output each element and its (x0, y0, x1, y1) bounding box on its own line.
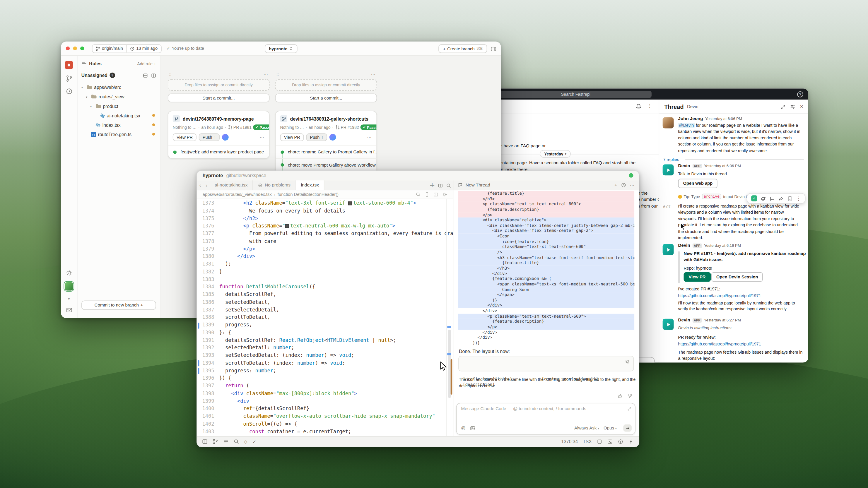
pr-link[interactable]: https://github.com/fastrepl/hyprnote/pul… (678, 341, 761, 346)
pr-attachment-title[interactable]: New PR #1971 - feat(web): add responsive… (684, 251, 806, 256)
commit-row[interactable]: chore: move Prompt Gallery above Workflo… (276, 158, 376, 171)
commit-row[interactable]: chore: rename Gallery to Prompt Gallery … (276, 145, 376, 158)
mention-context-icon[interactable]: @ (461, 426, 466, 431)
feedback-icon[interactable] (66, 306, 72, 313)
drop-zone[interactable]: Drop files to assign or commit directly (168, 79, 270, 91)
project-selector[interactable]: hyprnote (265, 44, 297, 53)
bell-icon[interactable] (636, 103, 642, 109)
more-vertical-icon[interactable]: ⋮ (796, 196, 801, 201)
pr-chip[interactable]: PR #1981 (228, 125, 252, 130)
tree-folder-apps/web/src[interactable]: ▾apps/web/src (82, 83, 156, 92)
send-button[interactable] (623, 424, 631, 432)
ci-status-badge[interactable]: ✓Passed (253, 124, 269, 130)
info-icon[interactable] (618, 439, 623, 444)
thread-settings-icon[interactable] (790, 104, 796, 109)
share-icon[interactable] (778, 196, 784, 201)
diagnostics-summary-icon[interactable]: ◇ (244, 439, 248, 444)
new-thread-icon[interactable]: + (614, 183, 617, 188)
thumbs-up-icon[interactable] (618, 393, 623, 398)
language-selector[interactable]: TSX (583, 439, 592, 444)
agent-menu-icon[interactable]: ⋯ (630, 183, 634, 188)
devin-avatar[interactable] (663, 244, 674, 255)
editor-settings-icon[interactable] (442, 192, 447, 197)
buffer-search-icon[interactable] (416, 192, 421, 197)
editor-scrollbar[interactable] (446, 199, 453, 436)
split-pane-icon[interactable] (438, 183, 443, 188)
search-panel-icon[interactable] (234, 439, 239, 444)
add-rule-button[interactable]: Add rule+ (137, 61, 156, 66)
author-name[interactable]: John Jeong (678, 116, 703, 121)
branch-menu-icon[interactable]: ⋯ (260, 135, 265, 140)
lane-menu-icon[interactable]: ⋯ (264, 72, 269, 77)
workspace-branch[interactable]: gitbutler/workspace (226, 173, 266, 178)
add-reaction-icon[interactable] (761, 196, 766, 201)
drag-handle[interactable]: ⠿ (169, 72, 172, 77)
copilot-icon[interactable] (597, 439, 602, 444)
fetch-time-chip[interactable]: 13 min ago (126, 44, 161, 52)
pr-chip[interactable]: PR #1982 (335, 125, 359, 130)
zoom-window-button[interactable] (80, 46, 84, 51)
close-icon[interactable]: × (800, 103, 803, 109)
expand-input-icon[interactable] (627, 406, 632, 411)
view-pr-button[interactable]: View PR (173, 133, 196, 141)
slack-search-input[interactable]: Search Fastrepl (500, 91, 652, 98)
view-pr-button[interactable]: View PR (280, 133, 304, 141)
check-reaction-icon[interactable]: ✓ (751, 195, 757, 201)
start-commit-button[interactable]: Start a commit... (275, 93, 377, 102)
code-diff-block[interactable]: {feature.title} </h3> <p className="text… (458, 191, 634, 346)
replies-count[interactable]: 7 replies (663, 157, 679, 162)
tree-view-icon[interactable] (151, 73, 156, 78)
nav-back-icon[interactable]: ‹ (197, 182, 203, 188)
minimize-window-button[interactable] (73, 46, 77, 51)
thread-history-icon[interactable] (621, 183, 626, 188)
branch-menu-icon[interactable]: ⋯ (367, 135, 372, 140)
more-vertical-icon[interactable]: ⋮ (647, 103, 652, 108)
lane-menu-icon[interactable]: ⋯ (371, 72, 376, 77)
outline-panel-icon[interactable] (223, 439, 229, 444)
share-status-icon[interactable] (629, 173, 633, 178)
tab-ai-notetaking[interactable]: ai-notetaking.tsx (210, 180, 253, 190)
agent-thread-title[interactable]: New Thread (466, 183, 490, 188)
author-name[interactable]: Devin (678, 243, 690, 248)
tree-file-ai-notetaking.tsx[interactable]: ai-notetaking.tsx (82, 111, 156, 120)
panel-toggle-icon[interactable] (491, 46, 497, 52)
ci-status-badge[interactable]: ✓Passed (361, 124, 376, 130)
bookmark-icon[interactable] (787, 196, 793, 201)
avatar[interactable] (663, 118, 674, 129)
attach-image-icon[interactable] (470, 425, 475, 431)
close-window-button[interactable] (66, 46, 70, 51)
devin-avatar[interactable] (663, 164, 674, 175)
split-icon[interactable] (433, 192, 438, 197)
agent-message-box[interactable]: @ Always Ask▾ Opus▾ (456, 403, 636, 435)
new-tab-icon[interactable]: + (430, 180, 435, 190)
user-avatar[interactable] (65, 282, 73, 290)
tree-folder-routes/_view[interactable]: ▾routes/_view (82, 92, 156, 101)
create-branch-button[interactable]: + Create branch ⌘B (439, 44, 487, 53)
settings-gear-icon[interactable] (66, 270, 72, 276)
drop-zone[interactable]: Drop files to assign or commit directly (275, 79, 377, 91)
mention[interactable]: @Devin (678, 123, 694, 128)
devin-avatar[interactable] (663, 319, 674, 330)
code-editor[interactable]: 1373137413751376137713781379138013811382… (197, 199, 453, 436)
author-name[interactable]: Devin (678, 163, 690, 168)
tab-index-tsx[interactable]: index.tsx (296, 180, 324, 190)
workspace-tab-icon[interactable] (65, 61, 73, 69)
git-panel-icon[interactable] (213, 439, 218, 444)
terminal-panel-icon[interactable] (608, 439, 613, 444)
branch-name[interactable]: devin/1764380749-memory-page (183, 116, 254, 122)
list-view-icon[interactable] (143, 73, 148, 78)
author-name[interactable]: Devin (678, 318, 690, 323)
drag-handle[interactable]: ⠿ (276, 72, 279, 77)
date-pill[interactable]: Yesterday▾ (540, 150, 571, 158)
tree-folder-product[interactable]: ▾product (82, 101, 156, 111)
commit-to-new-branch-button[interactable]: Commit to new branch+ (82, 300, 156, 310)
open-web-app-button[interactable]: Open web app (678, 179, 718, 188)
help-icon[interactable]: ? (797, 91, 803, 97)
thumbs-down-icon[interactable] (627, 393, 632, 398)
reply-thread-icon[interactable] (770, 196, 775, 201)
project-name[interactable]: hyprnote (203, 173, 223, 178)
permission-mode-dropdown[interactable]: Always Ask▾ (574, 426, 599, 431)
project-panel-icon[interactable] (202, 439, 208, 444)
start-commit-button[interactable]: Start a commit... (168, 93, 270, 102)
origin-branch-chip[interactable]: origin/main (93, 44, 126, 52)
